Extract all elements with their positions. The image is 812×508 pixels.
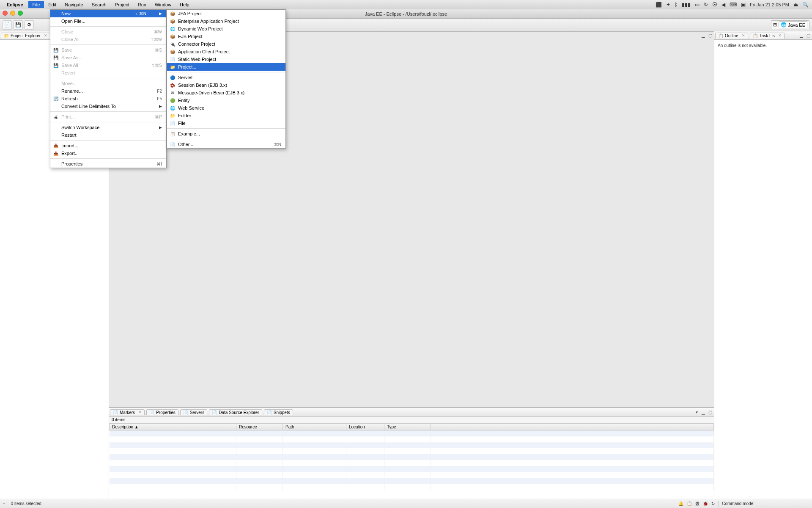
- close-icon[interactable]: ✕: [742, 33, 745, 38]
- menu-project[interactable]: Project: [111, 1, 134, 8]
- tab-servers[interactable]: 📄Servers: [180, 409, 207, 415]
- column-description[interactable]: Description ▲: [110, 424, 236, 431]
- close-icon[interactable]: ✕: [138, 410, 142, 414]
- keyboard-icon[interactable]: ⌨: [730, 2, 737, 8]
- app-name[interactable]: Eclipse: [7, 2, 23, 7]
- maximize-icon[interactable]: ▢: [707, 409, 713, 415]
- status-tool-icon[interactable]: 🐞: [703, 501, 708, 506]
- new-button[interactable]: 📄: [3, 20, 12, 30]
- status-tool-icon[interactable]: ↻: [711, 501, 715, 506]
- menu-item-new[interactable]: New⌥⌘N▶: [50, 10, 166, 17]
- close-icon[interactable]: ✕: [778, 33, 782, 38]
- menu-item-convert-line-delimiters-to[interactable]: Convert Line Delimiters To▶: [50, 102, 166, 110]
- menu-item-connector-project[interactable]: 🔌Connector Project: [167, 40, 285, 48]
- column-location[interactable]: Location: [346, 424, 384, 431]
- menu-run[interactable]: Run: [134, 1, 151, 8]
- menu-item-static-web-project[interactable]: 📄Static Web Project: [167, 55, 285, 63]
- menu-item-jpa-project[interactable]: 📦JPA Project: [167, 10, 285, 17]
- minimize-icon[interactable]: ▁: [700, 409, 706, 415]
- open-perspective-icon[interactable]: ⊞: [773, 22, 777, 28]
- menu-item-session-bean-ejb-3-x[interactable]: 🫘Session Bean (EJB 3.x): [167, 81, 285, 89]
- table-row[interactable]: [110, 484, 714, 490]
- menu-icon: 🖨: [53, 114, 59, 120]
- table-row[interactable]: [110, 466, 714, 472]
- menu-edit[interactable]: Edit: [44, 1, 60, 8]
- eject-icon[interactable]: ⏏: [793, 2, 798, 8]
- timemachine-icon[interactable]: ↻: [704, 2, 708, 8]
- status-tool-icon[interactable]: 📋: [687, 501, 692, 506]
- toolbar-button[interactable]: ⚙: [25, 20, 34, 30]
- tab-markers[interactable]: 📄Markers✕: [110, 409, 145, 415]
- tab-snippets[interactable]: 📄Snippets: [264, 409, 293, 415]
- save-button[interactable]: 💾: [14, 20, 23, 30]
- table-row[interactable]: [110, 478, 714, 484]
- menu-item-example[interactable]: 📋Example...: [167, 130, 285, 138]
- bluetooth-icon[interactable]: ᛒ: [675, 2, 678, 8]
- maximize-icon[interactable]: ▢: [805, 33, 811, 39]
- menu-item-enterprise-application-project[interactable]: 📦Enterprise Application Project: [167, 17, 285, 25]
- tab-label: Project Explorer: [11, 33, 41, 38]
- maximize-icon[interactable]: ▢: [707, 32, 713, 38]
- menu-item-other[interactable]: 📄Other...⌘N: [167, 141, 285, 148]
- menu-item-web-service[interactable]: 🌐Web Service: [167, 104, 285, 112]
- menu-item-export[interactable]: 📤Export...: [50, 149, 166, 157]
- perspective-javaee[interactable]: 🌐 Java EE: [779, 21, 807, 28]
- minimize-icon[interactable]: ▁: [798, 33, 804, 39]
- menu-navigate[interactable]: Navigate: [60, 1, 87, 8]
- menu-item-entity[interactable]: 🟢Entity: [167, 97, 285, 104]
- command-mode-input[interactable]: [758, 501, 809, 506]
- volume-icon[interactable]: ◀: [721, 2, 725, 8]
- menu-item-open-file[interactable]: Open File...: [50, 17, 166, 25]
- tab-data-source-explorer[interactable]: 📄Data Source Explorer: [209, 409, 262, 415]
- menu-item-message-driven-bean-ejb-3-x[interactable]: ✉Message-Driven Bean (EJB 3.x): [167, 89, 285, 97]
- menu-item-project[interactable]: 📁Project...: [167, 63, 285, 71]
- close-icon[interactable]: ✕: [44, 33, 47, 38]
- menu-item-dynamic-web-project[interactable]: 🌐Dynamic Web Project: [167, 25, 285, 33]
- menu-item-properties[interactable]: Properties⌘I: [50, 160, 166, 168]
- column-resource[interactable]: Resource: [236, 424, 283, 431]
- menubar-datetime[interactable]: Fri Jan 21 2:05 PM: [750, 2, 789, 7]
- column-path[interactable]: Path: [283, 424, 346, 431]
- status-icon[interactable]: ⬛: [656, 2, 662, 8]
- menu-window[interactable]: Window: [151, 1, 176, 8]
- tab-outline[interactable]: 📋Outline✕: [715, 33, 748, 39]
- window-minimize-button[interactable]: [10, 11, 15, 16]
- menu-item-refresh[interactable]: 🔄RefreshF5: [50, 95, 166, 102]
- wifi-icon[interactable]: ⦿: [712, 2, 717, 8]
- date-icon[interactable]: ▣: [741, 2, 746, 8]
- tab-properties[interactable]: 📄Properties: [146, 409, 178, 415]
- menu-item-rename[interactable]: Rename...F2: [50, 87, 166, 95]
- table-row[interactable]: [110, 454, 714, 460]
- menu-item-import[interactable]: 📥Import...: [50, 142, 166, 149]
- menu-item-folder[interactable]: 📁Folder: [167, 112, 285, 119]
- menu-item-switch-workspace[interactable]: Switch Workspace▶: [50, 124, 166, 131]
- spotlight-icon[interactable]: 🔍: [802, 2, 809, 8]
- table-row[interactable]: [110, 431, 714, 436]
- display-icon[interactable]: ▭: [695, 2, 700, 8]
- window-close-button[interactable]: [3, 11, 8, 16]
- menu-search[interactable]: Search: [88, 1, 111, 8]
- table-row[interactable]: [110, 442, 714, 448]
- table-row[interactable]: [110, 448, 714, 454]
- minimize-icon[interactable]: ▁: [700, 32, 706, 38]
- menu-item-application-client-project[interactable]: 📦Application Client Project: [167, 48, 285, 55]
- tab-project-explorer[interactable]: 📁 Project Explorer ✕: [1, 33, 50, 39]
- markers-table[interactable]: Description ▲ResourcePathLocationType: [109, 423, 714, 499]
- menu-item-restart[interactable]: Restart: [50, 131, 166, 139]
- window-maximize-button[interactable]: [18, 11, 23, 16]
- menu-item-servlet[interactable]: 🔵Servlet: [167, 74, 285, 81]
- status-tool-icon[interactable]: 🖼: [695, 501, 700, 506]
- status-icon[interactable]: ✦: [666, 2, 670, 8]
- column-type[interactable]: Type: [384, 424, 431, 431]
- battery-icon[interactable]: ▮▮▮: [682, 2, 691, 8]
- menu-item-file[interactable]: 📄File: [167, 119, 285, 127]
- menu-file[interactable]: File: [28, 1, 44, 8]
- table-row[interactable]: [110, 472, 714, 478]
- table-row[interactable]: [110, 436, 714, 442]
- tab-task-lis[interactable]: 📋Task Lis✕: [750, 33, 785, 39]
- view-menu-icon[interactable]: ▾: [694, 409, 700, 415]
- menu-item-ejb-project[interactable]: 📦EJB Project: [167, 33, 285, 40]
- menu-help[interactable]: Help: [176, 1, 194, 8]
- table-row[interactable]: [110, 460, 714, 466]
- status-tool-icon[interactable]: 🔔: [678, 501, 683, 506]
